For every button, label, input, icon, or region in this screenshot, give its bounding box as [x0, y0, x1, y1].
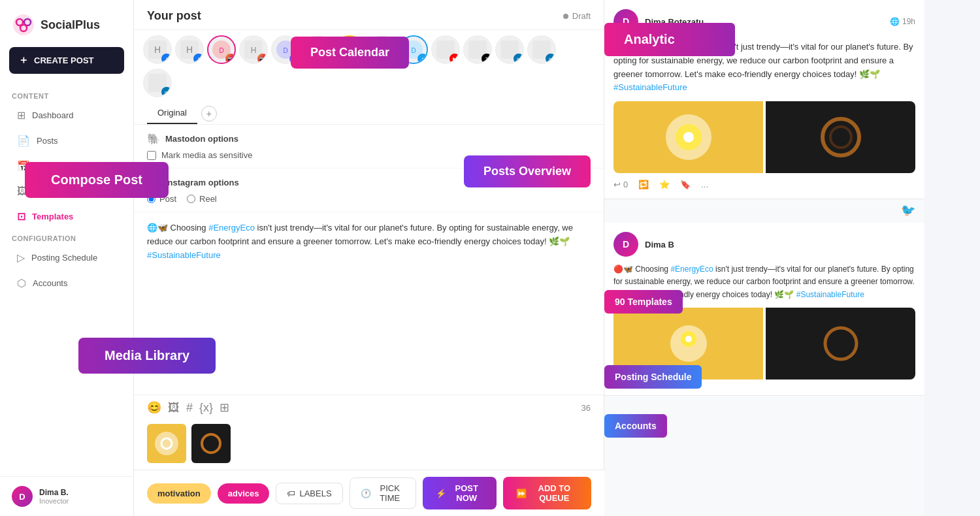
radio-post[interactable]: Post	[147, 194, 176, 204]
sidebar-item-label: Media Library	[34, 187, 86, 197]
post-card-2-text: 🔴🦋 Choosing #EnergyEco isn't just trendy…	[613, 263, 915, 301]
mastodon-sensitive-checkbox[interactable]	[147, 151, 156, 160]
post-card-2: Connected Accounts D Dima B 🔴🦋 Choosing …	[604, 223, 924, 396]
post-card-2-user: Dima B	[645, 240, 915, 250]
reply-action[interactable]: ↩ 0	[613, 180, 628, 189]
globe-icon: 🌐	[890, 17, 900, 26]
account-avatar-fb-3[interactable]: H 📷	[239, 35, 268, 64]
post-card-1-images	[613, 101, 915, 173]
labels-icon: 🏷	[287, 489, 295, 498]
config-section-label: Configuration	[0, 229, 133, 245]
sidebar-item-posts[interactable]: 📄 Posts	[5, 129, 128, 153]
radio-reel-label: Reel	[199, 194, 217, 204]
sidebar-item-templates[interactable]: ⊡ Templates	[5, 204, 128, 229]
sidebar-item-posting-schedule[interactable]: ▷ Posting Schedule	[5, 246, 128, 270]
media-library-icon: 🖼	[17, 185, 27, 197]
post-text-area[interactable]: 🌐🦋 Choosing #EnergyEco isn't just trendy…	[134, 212, 604, 395]
post-card-2-avatar: D	[613, 232, 638, 257]
instagram-options-radio: Post Reel	[147, 194, 591, 204]
more-action[interactable]: ...	[701, 180, 708, 189]
thumbnail-2[interactable]	[191, 424, 231, 463]
account-avatar-li2[interactable]: in	[527, 35, 556, 64]
sidebar-item-label: Templates	[32, 212, 73, 221]
accounts-and-calendar: H f H f D 📷 H 📷	[134, 30, 604, 103]
star-icon: ⭐	[659, 180, 670, 189]
account-avatar-fb-2[interactable]: H f	[175, 35, 204, 64]
posting-schedule-icon: ▷	[17, 251, 25, 264]
post-card-1-user: Dima Botezatu	[645, 17, 883, 27]
hashtag-sustainablefuture: #SustainableFuture	[147, 250, 221, 260]
account-avatar-li3[interactable]: in	[143, 69, 172, 97]
post-calendar-button[interactable]: Post Calendar	[291, 37, 409, 69]
svg-point-33	[823, 119, 859, 155]
sidebar-item-calendar[interactable]: 📅 Calendar	[5, 154, 128, 178]
tag-advices-button[interactable]: advices	[218, 483, 270, 504]
sidebar-item-accounts[interactable]: ⬡ Accounts	[5, 271, 128, 295]
svg-point-27	[155, 432, 178, 455]
create-post-button[interactable]: ＋ CREATE POST	[9, 47, 124, 74]
image-icon[interactable]: 🖼	[168, 401, 180, 415]
hashtag-3: #EnergyEco	[670, 265, 713, 274]
post-card-1-time: 🌐 19h	[890, 17, 915, 26]
radio-reel[interactable]: Reel	[187, 194, 217, 204]
posts-icon: 📄	[17, 135, 30, 147]
add-tab-button[interactable]: +	[201, 106, 217, 121]
bookmark-action[interactable]: 🔖	[680, 180, 691, 189]
reply-icon: ↩	[613, 180, 621, 189]
svg-point-38	[825, 328, 857, 359]
labels-button[interactable]: 🏷 LABELS	[276, 483, 342, 504]
star-action[interactable]: ⭐	[659, 180, 670, 189]
mastodon-options-label: Mastodon options	[165, 134, 238, 144]
svg-text:D: D	[411, 47, 416, 54]
editor-toolbar: 😊 🖼 # {x} ⊞ 36	[134, 395, 604, 420]
tag-motivation-button[interactable]: motivation	[147, 483, 211, 504]
post-card-1-header: D Dima Botezatu 🌐 19h	[613, 9, 915, 34]
time-value: 19h	[902, 17, 915, 26]
sidebar-item-label: Dashboard	[32, 110, 74, 120]
account-avatar-li[interactable]: in	[495, 35, 524, 64]
post-card-1: Analytic D Dima Botezatu 🌐 19h 🌐🦋 Choosi…	[604, 0, 924, 199]
create-post-label: CREATE POST	[34, 56, 94, 65]
pick-time-label: PICK TIME	[375, 483, 405, 503]
account-avatar-ig-active[interactable]: D 📷	[207, 35, 236, 64]
emoji-picker-icon[interactable]: 😊	[147, 400, 161, 415]
action-bar: motivation advices 🏷 LABELS 🕐 PICK TIME …	[134, 470, 604, 516]
platform-badge-fb: f	[161, 54, 172, 64]
hashtag-2: #SustainableFuture	[613, 82, 687, 92]
hashtag-1: #EnergyEco	[675, 42, 721, 52]
retweet-action[interactable]: 🔁	[638, 180, 649, 189]
thumbnail-1[interactable]	[147, 424, 186, 463]
account-avatar-fb-1[interactable]: H f	[143, 35, 172, 64]
more-icon: ...	[701, 180, 708, 189]
sidebar-item-media-library[interactable]: 🖼 Media Library	[5, 180, 128, 203]
post-now-button[interactable]: ⚡ POST NOW	[423, 477, 497, 509]
platform-badge-tw2: t	[417, 54, 428, 64]
twitter-bird-divider: 🐦	[604, 199, 924, 218]
post-card-1-actions: ↩ 0 🔁 ⭐ 🔖 ...	[613, 180, 915, 189]
hashtag-icon[interactable]: #	[186, 401, 193, 415]
sidebar-logo: SocialPlus	[0, 0, 133, 47]
post-card-2-name: Dima B	[645, 240, 915, 250]
sidebar-item-label: Accounts	[33, 278, 67, 288]
tab-original[interactable]: Original	[147, 103, 197, 124]
account-avatar-tk[interactable]: T	[463, 35, 492, 64]
variable-icon[interactable]: {x}	[199, 401, 213, 415]
add-to-queue-button[interactable]: ⏩ ADD TO QUEUE	[503, 477, 591, 509]
layout-icon[interactable]: ⊞	[220, 400, 229, 415]
accounts-icon: ⬡	[17, 277, 26, 289]
mastodon-options-header: 🐘 Mastodon options	[147, 133, 591, 145]
logo-icon	[12, 13, 35, 37]
sidebar-item-label: Posting Schedule	[31, 253, 97, 263]
lightning-icon: ⚡	[436, 489, 446, 498]
platform-badge-ig: 📷	[225, 54, 236, 64]
globe-emoji: 🌐	[147, 223, 157, 233]
post-card-img-yellow	[613, 101, 763, 173]
sidebar-item-dashboard[interactable]: ⊞ Dashboard	[5, 103, 128, 127]
posts-overview-button[interactable]: Posts Overview	[464, 155, 591, 187]
post-card-1-avatar: D	[613, 9, 638, 34]
char-count: 36	[581, 403, 591, 413]
pick-time-button[interactable]: 🕐 PICK TIME	[350, 477, 416, 509]
retweet-icon: 🔁	[638, 180, 649, 189]
post-now-label: POST NOW	[450, 483, 483, 503]
account-avatar-yt2[interactable]: ▶	[431, 35, 460, 64]
